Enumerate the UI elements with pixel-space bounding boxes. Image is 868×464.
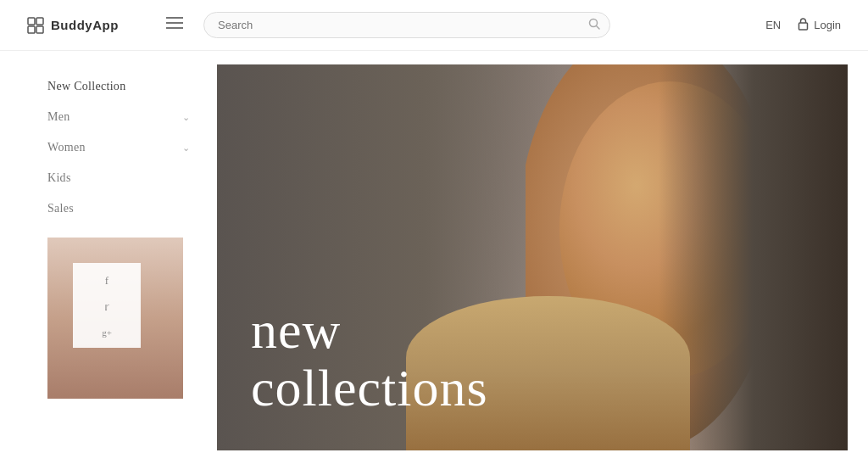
sidebar: New Collection Men ⌄ Women ⌄ Kids Sales … <box>0 51 210 464</box>
sidebar-image-bg: f 𝕣 g+ <box>47 238 183 399</box>
language-selector[interactable]: EN <box>765 19 781 31</box>
sidebar-item-label: New Collection <box>47 80 125 93</box>
logo-icon <box>27 17 44 34</box>
twitter-icon[interactable]: 𝕣 <box>104 301 109 314</box>
header-right: EN Login <box>765 17 841 34</box>
svg-rect-2 <box>28 26 35 33</box>
svg-line-8 <box>597 25 600 29</box>
sidebar-social-card: f 𝕣 g+ <box>73 263 141 348</box>
sidebar-item-new-collection[interactable]: New Collection <box>47 71 190 102</box>
header: BuddyApp EN Login <box>0 0 868 51</box>
svg-rect-1 <box>36 18 43 25</box>
google-plus-icon[interactable]: g+ <box>102 327 112 338</box>
hero-line2: collections <box>251 359 488 416</box>
sidebar-item-men[interactable]: Men ⌄ <box>47 102 190 132</box>
facebook-icon[interactable]: f <box>105 274 108 288</box>
svg-rect-0 <box>28 18 35 25</box>
sidebar-item-women[interactable]: Women ⌄ <box>47 132 190 163</box>
sidebar-item-sales[interactable]: Sales <box>47 193 190 224</box>
sidebar-item-kids[interactable]: Kids <box>47 163 190 193</box>
login-text: Login <box>814 19 841 31</box>
sidebar-item-label: Women <box>47 141 86 154</box>
login-area[interactable]: Login <box>798 17 841 34</box>
search-container <box>203 12 610 38</box>
svg-rect-3 <box>36 26 43 33</box>
hero-background: new collections <box>217 64 848 450</box>
chevron-down-icon: ⌄ <box>182 112 190 123</box>
search-icon <box>588 18 600 33</box>
lock-icon <box>798 17 809 34</box>
search-input[interactable] <box>203 12 610 38</box>
logo-area: BuddyApp <box>27 17 146 34</box>
sidebar-item-label: Men <box>47 110 70 124</box>
hero-text: new collections <box>251 301 488 416</box>
logo-text: BuddyApp <box>51 18 119 32</box>
sidebar-item-label: Sales <box>47 202 74 215</box>
hamburger-icon[interactable] <box>163 13 186 37</box>
chevron-down-icon: ⌄ <box>182 143 190 154</box>
hero-section: new collections <box>217 64 848 450</box>
sidebar-item-label: Kids <box>47 171 71 185</box>
hero-line1: new <box>251 301 488 359</box>
sidebar-promo-image: f 𝕣 g+ <box>47 238 183 399</box>
svg-rect-9 <box>799 23 808 30</box>
main-layout: New Collection Men ⌄ Women ⌄ Kids Sales … <box>0 51 868 464</box>
